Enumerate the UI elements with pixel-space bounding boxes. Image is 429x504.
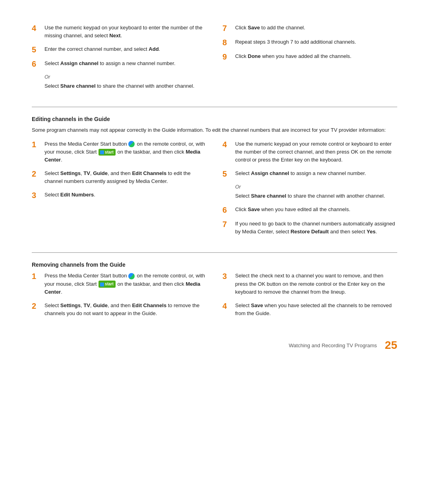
e2-guide: Guide	[93, 170, 108, 176]
step-num-6: 6	[32, 60, 44, 68]
step-num-5: 5	[32, 45, 44, 54]
divider-2	[32, 252, 397, 253]
editing-step-num-6: 6	[222, 206, 235, 214]
removing-step-num-2: 2	[32, 302, 44, 310]
top-or-desc: Select Share channel to share the channe…	[44, 82, 207, 90]
removing-step-text-1: Press the Media Center Start button on t…	[44, 272, 207, 296]
mc-icon-1	[128, 141, 135, 147]
editing-step-text-5: Select Assign channel to assign a new ch…	[235, 169, 397, 177]
step-num-8-top: 8	[222, 38, 235, 47]
removing-section: Removing channels from the Guide 1 Press…	[32, 262, 397, 323]
e7-yes: Yes	[367, 229, 375, 235]
removing-right-col: 3 Select the check next to a channel you…	[222, 272, 397, 323]
editing-left-col: 1 Press the Media Center Start button on…	[32, 140, 207, 242]
step-5: 5 Enter the correct channel number, and …	[32, 45, 207, 54]
removing-step-1: 1 Press the Media Center Start button on…	[32, 272, 207, 296]
step-6: 6 Select Assign channel to assign a new …	[32, 60, 207, 68]
removing-step-num-3: 3	[222, 272, 235, 281]
step-text-7-top: Click Save to add the channel.	[235, 24, 397, 32]
top-or-text: Or	[44, 74, 207, 80]
editing-or-text: Or	[235, 184, 397, 190]
removing-title: Removing channels from the Guide	[32, 262, 397, 268]
editing-step-num-1: 1	[32, 140, 44, 149]
editing-step-4: 4 Use the numeric keypad on your remote …	[222, 140, 397, 164]
removing-step-text-2: Select Settings, TV, Guide, and then Edi…	[44, 302, 207, 317]
step-7-top-bold: Save	[248, 25, 260, 31]
step-7-top: 7 Click Save to add the channel.	[222, 24, 397, 33]
flag-icon-2	[100, 283, 104, 287]
step-9-top: 9 Click Done when you have added all the…	[222, 52, 397, 61]
top-right-col: 7 Click Save to add the channel. 8 Repea…	[222, 24, 397, 96]
editing-step-num-3: 3	[32, 191, 44, 200]
editing-step-text-6: Click Save when you have edited all the …	[235, 206, 397, 214]
step-text-6: Select Assign channel to assign a new ch…	[44, 60, 207, 67]
e2-tv: TV	[83, 170, 90, 176]
editing-step-5: 5 Select Assign channel to assign a new …	[222, 169, 397, 178]
editing-right-col: 4 Use the numeric keypad on your remote …	[222, 140, 397, 242]
e2-settings: Settings	[60, 170, 81, 176]
top-left-col: 4 Use the numeric keypad on your keyboar…	[32, 24, 207, 96]
step-text-5: Enter the correct channel number, and se…	[44, 45, 207, 53]
step-num-7-top: 7	[222, 24, 235, 33]
editing-intro: Some program channels may not appear cor…	[32, 126, 397, 134]
removing-step-text-4: Select Save when you have selected all t…	[235, 302, 397, 317]
e5-assign: Assign channel	[251, 170, 289, 176]
media-center-bold-1: Media Center	[44, 149, 200, 163]
editing-step-text-4: Use the numeric keypad on your remote co…	[235, 140, 397, 164]
removing-step-2: 2 Select Settings, TV, Guide, and then E…	[32, 302, 207, 317]
top-section: 4 Use the numeric keypad on your keyboar…	[32, 24, 397, 96]
editing-step-text-7: If you need to go back to the channel nu…	[235, 220, 397, 236]
editing-section: Editing channels in the Guide Some progr…	[32, 116, 397, 241]
editing-step-text-3: Select Edit Numbers.	[44, 191, 207, 199]
step-8-top: 8 Repeat steps 3 through 7 to add additi…	[222, 38, 397, 47]
divider-1	[32, 107, 397, 107]
editing-step-7: 7 If you need to go back to the channel …	[222, 220, 397, 236]
editing-step-text-1: Press the Media Center Start button on t…	[44, 140, 207, 164]
removing-step-num-1: 1	[32, 272, 44, 281]
editing-cols: 1 Press the Media Center Start button on…	[32, 140, 397, 242]
removing-left-col: 1 Press the Media Center Start button on…	[32, 272, 207, 323]
mc-icon-2	[128, 273, 135, 279]
editing-step-text-2: Select Settings, TV, Guide, and then Edi…	[44, 169, 207, 185]
editing-step-3: 3 Select Edit Numbers.	[32, 191, 207, 200]
top-or-block: Or Select Share channel to share the cha…	[44, 74, 207, 90]
removing-step-text-3: Select the check next to a channel you w…	[235, 272, 397, 296]
r2-settings: Settings	[60, 302, 81, 308]
r2-editchannels: Edit Channels	[132, 302, 166, 308]
r2-tv: TV	[83, 302, 90, 308]
page-footer: Watching and Recording TV Programs 25	[32, 339, 397, 352]
editing-step-num-4: 4	[222, 140, 235, 149]
editing-step-2: 2 Select Settings, TV, Guide, and then E…	[32, 169, 207, 185]
editing-step-6: 6 Click Save when you have edited all th…	[222, 206, 397, 214]
r2-guide: Guide	[93, 302, 108, 308]
removing-step-3: 3 Select the check next to a channel you…	[222, 272, 397, 296]
media-center-bold-2: Media Center	[44, 281, 200, 295]
step-4: 4 Use the numeric keypad on your keyboar…	[32, 24, 207, 40]
step-text-9-top: Click Done when you have added all the c…	[235, 52, 397, 60]
footer-text: Watching and Recording TV Programs	[289, 342, 377, 348]
removing-step-4: 4 Select Save when you have selected all…	[222, 302, 397, 317]
step-4-bold: Next	[109, 33, 120, 38]
editing-step-1: 1 Press the Media Center Start button on…	[32, 140, 207, 164]
removing-step-num-4: 4	[222, 302, 235, 310]
editing-step-num-5: 5	[222, 169, 235, 178]
editing-step-num-2: 2	[32, 169, 44, 178]
step-9-top-bold: Done	[248, 53, 261, 59]
step-6-bold: Assign channel	[60, 60, 99, 66]
r4-save: Save	[251, 302, 263, 308]
flag-icon-1	[100, 150, 104, 154]
step-5-bold: Add	[149, 46, 158, 52]
step-num-9-top: 9	[222, 52, 235, 61]
editing-title: Editing channels in the Guide	[32, 116, 397, 122]
footer-page-num: 25	[385, 339, 397, 352]
editing-or-block: Or Select Share channel to share the cha…	[235, 184, 397, 200]
removing-cols: 1 Press the Media Center Start button on…	[32, 272, 397, 323]
editing-or-desc: Select Share channel to share the channe…	[235, 192, 397, 200]
e7-restore: Restore Default	[290, 229, 329, 235]
e3-editnumbers: Edit Numbers	[60, 192, 94, 198]
e2-editchannels: Edit Channels	[132, 170, 166, 176]
top-share-channel-bold: Share channel	[60, 83, 96, 89]
start-badge-2: start	[99, 281, 116, 288]
editing-step-num-7: 7	[222, 220, 235, 229]
e6-save: Save	[248, 206, 260, 212]
